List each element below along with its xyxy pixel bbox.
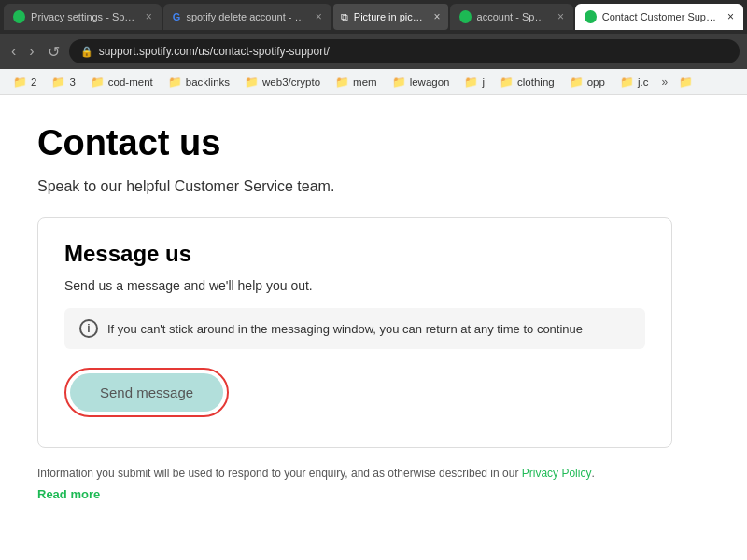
folder-icon: 📁 (620, 76, 634, 89)
lock-icon: 🔒 (80, 46, 93, 58)
send-message-button-wrapper: Send message (64, 368, 229, 417)
url-text: support.spotify.com/us/contact-spotify-s… (99, 45, 330, 58)
bookmark-label: 3 (69, 77, 75, 88)
folder-icon: 📁 (91, 76, 105, 89)
spotify-favicon-icon (585, 10, 597, 23)
bookmarks-extra-icon[interactable]: 📁 (675, 74, 697, 91)
tab-pip[interactable]: ⧉ Picture in picture × (333, 4, 448, 30)
bookmark-jc[interactable]: 📁 j.c (614, 74, 655, 91)
bookmark-label: mem (353, 77, 377, 88)
address-bar[interactable]: 🔒 support.spotify.com/us/contact-spotify… (69, 39, 740, 63)
bookmark-web3[interactable]: 📁 web3/crypto (239, 74, 326, 91)
info-banner-text: If you can't stick around in the messagi… (107, 322, 583, 336)
footer-text: Information you submit will be used to r… (37, 467, 635, 480)
bookmark-clothing[interactable]: 📁 clothing (494, 74, 560, 91)
bookmark-2[interactable]: 📁 2 (7, 74, 42, 91)
info-icon: i (79, 319, 98, 338)
tab-label: Picture in picture (354, 11, 425, 22)
bookmark-label: opp (587, 77, 605, 88)
footer-text-content: Information you submit will be used to r… (37, 467, 518, 480)
bookmark-label: lewagon (410, 77, 450, 88)
bookmark-lewagon[interactable]: 📁 lewagon (387, 74, 456, 91)
bookmark-label: j (482, 77, 485, 88)
tab-close-icon[interactable]: × (434, 10, 441, 23)
tab-label: Privacy settings - Spotify (31, 11, 136, 22)
folder-icon: 📁 (570, 76, 584, 89)
bookmark-j[interactable]: 📁 j (458, 74, 490, 91)
folder-icon: 📁 (500, 76, 514, 89)
bookmark-label: web3/crypto (262, 77, 320, 88)
read-more-link[interactable]: Read more (37, 487, 710, 501)
spotify-favicon-icon (13, 10, 25, 23)
card-subtitle: Send us a message and we'll help you out… (64, 278, 645, 293)
tab-privacy-settings[interactable]: Privacy settings - Spotify × (4, 4, 162, 30)
bookmark-label: cod-ment (108, 77, 153, 88)
bookmark-backlinks[interactable]: 📁 backlinks (162, 74, 235, 91)
bookmark-mem[interactable]: 📁 mem (330, 74, 383, 91)
page-subtitle: Speak to our helpful Customer Service te… (37, 178, 710, 195)
send-message-button[interactable]: Send message (70, 373, 223, 412)
info-banner: i If you can't stick around in the messa… (64, 308, 645, 349)
folder-icon: 📁 (464, 76, 478, 89)
tab-bar: Privacy settings - Spotify × G spotify d… (0, 0, 747, 34)
spotify-favicon-icon (459, 10, 472, 23)
message-card: Message us Send us a message and we'll h… (37, 217, 672, 448)
tab-close-icon[interactable]: × (557, 10, 564, 23)
bookmark-label: clothing (517, 77, 555, 88)
folder-icon: 📁 (51, 76, 65, 89)
bookmark-3[interactable]: 📁 3 (46, 74, 80, 91)
tab-label: account - Spotify (477, 11, 548, 22)
tab-close-icon[interactable]: × (727, 10, 734, 23)
back-button[interactable]: ‹ (7, 41, 20, 62)
folder-icon: 📁 (168, 76, 182, 89)
tab-close-icon[interactable]: × (316, 10, 322, 23)
tab-close-icon[interactable]: × (146, 10, 152, 23)
google-favicon-icon: G (173, 11, 181, 22)
reload-button[interactable]: ↺ (44, 41, 63, 63)
tab-google-search[interactable]: G spotify delete account - Googl... × (163, 4, 331, 30)
forward-button[interactable]: › (25, 41, 37, 62)
folder-icon: 📁 (335, 76, 349, 89)
bookmark-cod-ment[interactable]: 📁 cod-ment (85, 74, 159, 91)
privacy-policy-link[interactable]: Privacy Policy (522, 467, 592, 480)
tab-label: Contact Customer Support - (602, 11, 718, 22)
bookmarks-more-button[interactable]: » (657, 74, 671, 91)
bookmark-opp[interactable]: 📁 opp (564, 74, 611, 91)
bookmark-label: backlinks (186, 77, 230, 88)
bookmark-label: j.c (638, 77, 649, 88)
bookmarks-bar: 📁 2 📁 3 📁 cod-ment 📁 backlinks 📁 web3/cr… (0, 69, 747, 95)
pip-icon: ⧉ (341, 11, 348, 23)
tab-account-spotify[interactable]: account - Spotify × (450, 4, 573, 30)
page-title: Contact us (37, 123, 710, 163)
folder-icon: 📁 (13, 76, 27, 89)
tab-label: spotify delete account - Googl... (186, 11, 305, 22)
folder-icon: 📁 (392, 76, 406, 89)
address-bar-row: ‹ › ↺ 🔒 support.spotify.com/us/contact-s… (0, 34, 747, 69)
card-title: Message us (64, 241, 645, 267)
folder-icon: 📁 (245, 76, 259, 89)
tab-contact-support[interactable]: Contact Customer Support - × (575, 4, 743, 30)
bookmark-label: 2 (31, 77, 36, 88)
page-content: Contact us Speak to our helpful Customer… (0, 95, 747, 560)
